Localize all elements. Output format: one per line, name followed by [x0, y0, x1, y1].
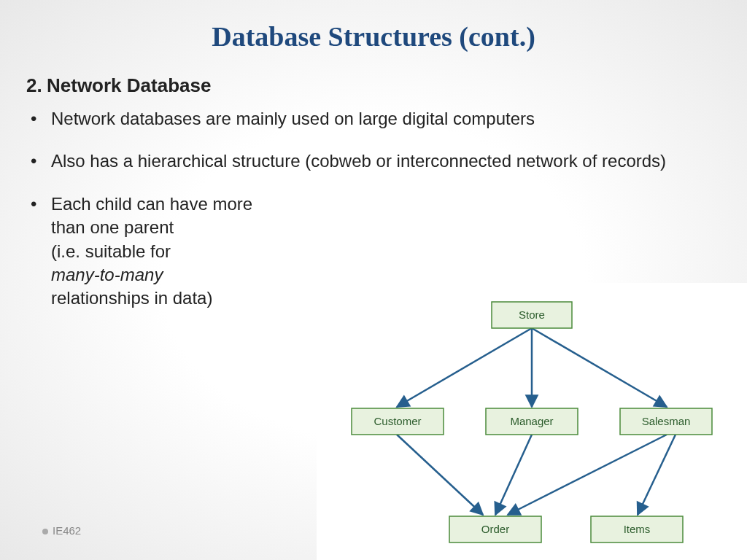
node-customer: Customer — [352, 408, 444, 435]
section-heading: 2.Network Database — [26, 74, 712, 97]
svg-text:Manager: Manager — [510, 415, 553, 427]
footer-bullet-icon — [42, 529, 48, 534]
svg-text:Order: Order — [481, 523, 509, 535]
edge-store-customer — [397, 328, 532, 407]
svg-text:Items: Items — [624, 523, 651, 535]
section-number: 2. — [26, 74, 47, 97]
node-store: Store — [492, 302, 572, 328]
node-salesman: Salesman — [620, 408, 712, 435]
bullet-list: Network databases are mainly used on lar… — [26, 107, 712, 311]
slide-title: Database Structures (cont.) — [0, 0, 747, 52]
node-manager: Manager — [486, 408, 578, 435]
bullet-3: Each child can have more than one parent… — [26, 192, 318, 311]
bullet-3-line1: Each child can have more — [51, 194, 252, 214]
bullet-3-line3: (i.e. suitable for — [51, 241, 171, 261]
edge-customer-order — [397, 435, 483, 515]
section-title: Network Database — [47, 74, 211, 96]
svg-text:Customer: Customer — [374, 415, 421, 427]
bullet-3-line5: relationships in data) — [51, 288, 212, 308]
svg-text:Store: Store — [519, 308, 545, 321]
bullet-3-line2: than one parent — [51, 217, 174, 237]
network-diagram: Store Customer Manager Salesman Order It… — [317, 283, 747, 560]
footer-code: IE462 — [42, 524, 81, 537]
bullet-1: Network databases are mainly used on lar… — [26, 107, 712, 131]
bullet-2: Also has a hierarchical structure (cobwe… — [26, 149, 712, 173]
edge-store-salesman — [532, 328, 667, 407]
slide-content: 2.Network Database Network databases are… — [0, 52, 747, 311]
node-order: Order — [449, 516, 541, 542]
node-items: Items — [591, 516, 683, 542]
footer-label: IE462 — [53, 524, 81, 537]
bullet-3-italic: many-to-many — [51, 265, 163, 284]
edge-manager-order — [495, 435, 532, 515]
svg-text:Salesman: Salesman — [642, 415, 691, 427]
